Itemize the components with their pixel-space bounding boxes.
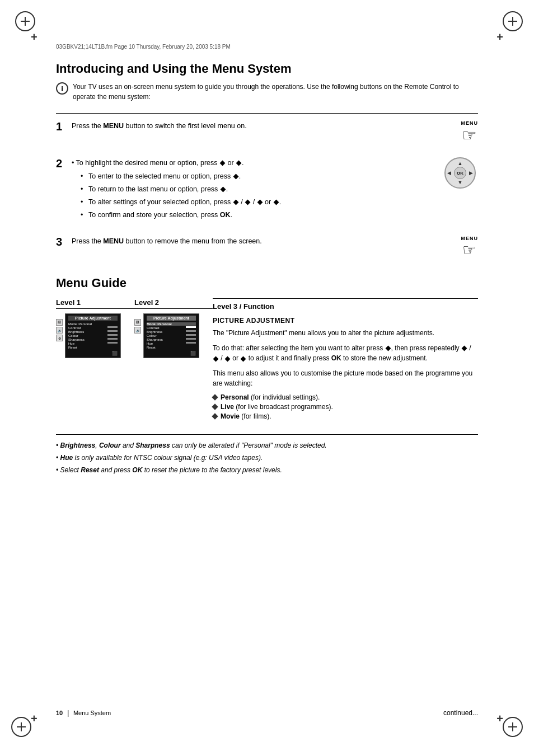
note-1: • Brightness, Colour and Sharpness can o… [56, 440, 478, 450]
level1-menu-area: 🖼 🔊 ⚙ Picture Adjustment Mode: Personal … [56, 313, 134, 361]
bullet-personal-text: Personal (for individual settings). [221, 393, 320, 401]
bar-b2 [186, 330, 196, 332]
level1-menu-items: Mode: Personal Contrast Brightness Colou… [68, 322, 118, 349]
footer: 10 | Menu System continued... [56, 708, 478, 717]
level2-item-6: Hue [147, 342, 196, 345]
level1-item-7: Reset [68, 346, 118, 349]
ok-arrow-down: ▼ [458, 180, 463, 185]
note-2: • Hue is only available for NTSC colour … [56, 453, 478, 463]
level2-item-5: Sharpness [147, 338, 196, 341]
arr-u2 [245, 200, 251, 205]
level2-screenshot: Picture Adjustment Mode: Personal Contra… [143, 313, 199, 358]
hand-icon-1: ☞ [462, 127, 477, 144]
bullet-personal: Personal (for individual settings). [213, 393, 478, 401]
level1-item-2: Contrast [68, 326, 118, 330]
bullet-3: To alter settings of your selected optio… [81, 196, 433, 208]
arr-l2 [257, 200, 263, 205]
arr-d2 [233, 200, 238, 205]
bullet-live: Live (for live broadcast programmes). [213, 403, 478, 411]
step-2-intro: • To highlight the desired menu or optio… [72, 159, 244, 167]
step-3-number: 3 [56, 236, 69, 248]
level2-item-1: Mode: Personal [147, 322, 196, 326]
level3-heading: PICTURE ADJUSTMENT [213, 317, 478, 325]
level1-nav-icon: ⬛ [68, 351, 118, 356]
diamond-3 [212, 413, 218, 419]
guide-col-level3: Level 3 / Function PICTURE ADJUSTMENT Th… [213, 298, 478, 422]
info-icon: i [56, 82, 68, 95]
level2-item-2: Contrast [147, 326, 196, 330]
page-info: 10 | Menu System [56, 708, 111, 717]
step-3-content: Press the MENU button to remove the menu… [72, 236, 450, 247]
dia-2 [461, 345, 467, 351]
level3-para2: To do that: after selecting the item you… [213, 343, 478, 364]
step-2-section: 2 • To highlight the desired menu or opt… [56, 151, 478, 229]
bar-b5 [186, 342, 196, 344]
level1-item-1: Mode: Personal [68, 322, 118, 326]
step-3-section: 3 Press the MENU button to remove the me… [56, 229, 478, 265]
menu-label-1: MENU [461, 120, 479, 126]
step-2-image: ▲ ▼ ◀ ▶ OK [444, 157, 478, 191]
arrow-down-1 [220, 161, 226, 166]
ok-bold-2: OK [331, 354, 341, 362]
bullet-movie-text: Movie (for films). [221, 412, 271, 420]
bar-b1 [186, 326, 196, 328]
plus-mark-tl: + [31, 31, 38, 44]
step-2-number: 2 [56, 157, 69, 170]
continued-text: continued... [443, 709, 478, 717]
level2-menu-items: Mode: Personal Contrast Brightness Colou… [147, 322, 196, 349]
menu-guide: Menu Guide Level 1 🖼 🔊 ⚙ Picture Adjustm… [56, 276, 478, 475]
level3-para3: This menu also allows you to customise t… [213, 368, 478, 389]
bullet-live-text: Live (for live broadcast programmes). [221, 403, 333, 411]
bullet-movie: Movie (for films). [213, 412, 478, 420]
ok-circle: ▲ ▼ ◀ ▶ OK [444, 157, 476, 189]
info-text: Your TV uses an on-screen menu system to… [73, 82, 478, 102]
level2-item-7: Reset [147, 346, 196, 349]
icon-sound: 🔊 [56, 327, 63, 334]
plus-mark-tr: + [496, 31, 503, 44]
arrow-right-1 [233, 174, 238, 180]
step-2-content: • To highlight the desired menu or optio… [72, 157, 433, 222]
level1-icons: 🖼 🔊 ⚙ [56, 319, 63, 341]
level1-screenshot: Picture Adjustment Mode: Personal Contra… [65, 313, 121, 358]
menu-guide-title: Menu Guide [56, 276, 478, 290]
menu-label-3: MENU [461, 236, 479, 241]
step-1-content: Press the MENU Press the MENU button to … [72, 120, 450, 132]
note-1-bold3: Sharpness [135, 442, 170, 449]
arr-r2 [273, 200, 279, 205]
col1-header: Level 1 [56, 298, 134, 309]
icon-picture-2: 🖼 [134, 319, 141, 326]
level2-item-3: Brightness [147, 330, 196, 334]
bar-b3 [186, 334, 196, 336]
bar-b4 [186, 338, 196, 340]
ok-center-button: OK [454, 167, 466, 179]
note-3: • Select Reset and press OK to reset the… [56, 465, 478, 475]
note-2-bold: Hue [60, 454, 73, 462]
level3-bullets: Personal (for individual settings). Live… [213, 393, 478, 420]
step-1-number: 1 [56, 120, 69, 133]
ok-arrow-right: ▶ [469, 170, 473, 176]
personal-bold: Personal [221, 393, 249, 401]
level3-para1: The "Picture Adjustment" menu allows you… [213, 328, 478, 339]
icon-sound-2: 🔊 [134, 327, 141, 334]
icon-feature: ⚙ [56, 335, 63, 341]
plus-mark-br: + [496, 712, 503, 725]
diamond-1 [212, 394, 218, 400]
note-1-bold2: Colour [99, 442, 121, 449]
step-3-menu-bold: MENU [103, 237, 124, 245]
level2-item-4: Colour [147, 334, 196, 337]
note-1-italic: Brightness, Colour and Sharpness can onl… [60, 442, 327, 449]
main-content: Introducing and Using the Menu System i … [56, 62, 478, 477]
page-container: + + + + 03GBKV21;14LT1B.fm Page 10 Thurs… [0, 0, 534, 756]
note-3-ok: OK [132, 466, 142, 474]
note-2-italic: Hue is only available for NTSC colour si… [60, 454, 263, 462]
step-3-image: MENU ☞ [461, 236, 479, 258]
level2-menu-header: Picture Adjustment [147, 316, 196, 321]
level1-menu-header: Picture Adjustment [68, 316, 118, 321]
movie-bold: Movie [221, 412, 240, 420]
ok-bold: OK [220, 211, 231, 219]
bar-5 [107, 342, 118, 344]
dia-4 [225, 356, 231, 361]
hand-icon-3: ☞ [462, 242, 476, 258]
page-number: 10 [56, 710, 63, 716]
dia-1 [385, 345, 391, 351]
